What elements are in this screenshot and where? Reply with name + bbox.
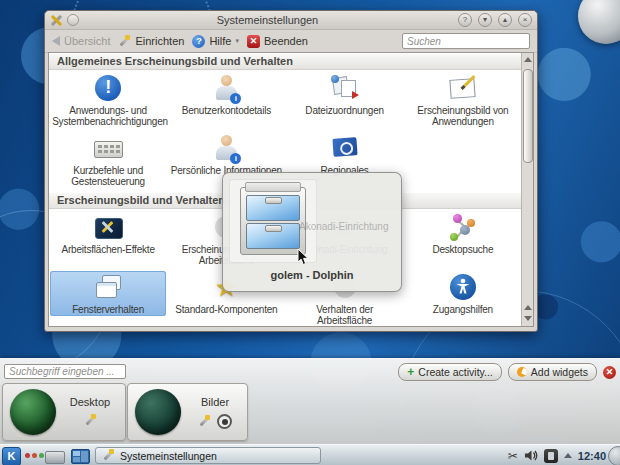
kde-menu-button[interactable]: K	[2, 447, 21, 465]
titlebar[interactable]: Systemeinstellungen ? ▾ ▴ ×	[45, 11, 537, 30]
scrollbar[interactable]	[521, 53, 533, 326]
configure-label: Einrichten	[135, 35, 184, 47]
window-behavior-icon	[92, 272, 124, 304]
popup-caption: golem - Dolphin	[223, 269, 401, 281]
desktop-search-icon	[447, 212, 479, 244]
settings-item-application-appearance[interactable]: Erscheinungsbild von Anwendungen	[404, 72, 522, 132]
system-settings-task-icon	[102, 449, 115, 462]
mouse-cursor	[297, 249, 311, 267]
configure-activity-icon[interactable]	[84, 414, 97, 427]
settings-item-shortcuts[interactable]: Kurzbefehle und Gestensteuerung	[49, 132, 167, 192]
overview-label: Übersicht	[64, 35, 110, 47]
help-label: Hilfe	[209, 35, 231, 47]
desktop-sphere-widget	[578, 0, 620, 44]
task-button-systemeinstellungen[interactable]: Systemeinstellungen	[95, 447, 321, 464]
quit-icon: ✕	[247, 35, 260, 48]
activity-search-input[interactable]	[4, 364, 126, 379]
task-tooltip-popup: Akonadi-Einrichtung golem - Dolphin	[222, 172, 402, 292]
system-settings-app-icon	[50, 14, 63, 27]
activity-thumbnail	[10, 389, 56, 435]
close-button[interactable]: ×	[518, 13, 532, 27]
personal-information-icon: i	[210, 133, 242, 165]
notification-icon: !	[95, 75, 121, 101]
settings-item-file-associations[interactable]: Dateizuordnungen	[286, 72, 404, 132]
settings-search-input[interactable]	[402, 33, 530, 49]
volume-icon[interactable]	[524, 449, 538, 462]
dolphin-file-cabinet-icon	[240, 187, 306, 255]
section-header: Allgemeines Erscheinungsbild und Verhalt…	[49, 53, 522, 70]
settings-item-account-details[interactable]: i Benutzerkontodetails	[167, 72, 285, 132]
taskbar-panel: K Systemeinstellungen ✂ 12:40	[0, 444, 620, 465]
user-details-icon: i	[210, 73, 242, 105]
plus-icon: +	[407, 366, 414, 378]
pager-widget[interactable]	[71, 449, 90, 464]
settings-item-window-behavior[interactable]: Fensterverhalten	[49, 271, 167, 327]
system-tray: ✂ 12:40	[508, 447, 606, 464]
desktop: Systemeinstellungen ? ▾ ▴ × Übersicht Ei…	[0, 0, 620, 465]
window-title: Systemeinstellungen	[83, 14, 452, 26]
help-button[interactable]: ? Hilfe ▾	[192, 35, 239, 48]
activity-manager-bar: + Create activity... Add widgets ✕ Deskt…	[0, 358, 620, 445]
regional-icon	[329, 133, 361, 165]
close-activity-bar-button[interactable]: ✕	[603, 366, 616, 379]
maximize-button[interactable]: ▴	[498, 13, 512, 27]
panel-cashew-icon[interactable]	[608, 446, 620, 465]
pin-button[interactable]	[67, 14, 79, 26]
chevron-down-icon: ▾	[235, 37, 239, 45]
ghost-label-behind-popup: Akonadi-Einrichtung	[299, 221, 389, 232]
help-window-button[interactable]: ?	[458, 13, 472, 27]
add-widgets-button[interactable]: Add widgets	[508, 363, 597, 381]
activity-thumbnail	[135, 389, 181, 435]
show-desktop-button[interactable]	[45, 451, 65, 464]
stop-activity-icon[interactable]	[217, 414, 232, 429]
file-associations-icon	[329, 73, 361, 105]
scroll-down-icon[interactable]	[524, 316, 532, 321]
toolbar: Übersicht Einrichten ? Hilfe ▾ ✕ Beenden	[45, 30, 537, 53]
configure-activity-icon[interactable]	[198, 415, 211, 428]
device-notifier-icon[interactable]	[544, 449, 558, 463]
scrollbar-thumb[interactable]	[523, 69, 533, 163]
quit-button[interactable]: ✕ Beenden	[247, 35, 308, 48]
application-appearance-icon	[447, 73, 479, 105]
status-dots-icon	[25, 453, 44, 458]
create-activity-button[interactable]: + Create activity...	[398, 363, 502, 381]
settings-item-notifications[interactable]: ! Anwendungs- und Systembenachrichtigung…	[49, 72, 167, 132]
activity-card-desktop[interactable]: Desktop	[2, 383, 126, 441]
settings-item-desktop-effects[interactable]: Arbeitsflächen-Effekte	[49, 211, 167, 271]
scroll-up-icon[interactable]	[524, 305, 532, 310]
tray-expand-icon[interactable]	[564, 453, 572, 458]
help-icon: ?	[192, 35, 205, 48]
scroll-up-icon[interactable]	[524, 57, 532, 62]
klipper-scissors-icon[interactable]: ✂	[508, 449, 518, 463]
quit-label: Beenden	[264, 35, 308, 47]
accessibility-icon	[447, 272, 479, 304]
configure-button[interactable]: Einrichten	[118, 35, 184, 48]
keyboard-shortcuts-icon	[92, 133, 124, 165]
desktop-effects-icon	[92, 212, 124, 244]
settings-item-accessibility[interactable]: Zugangshilfen	[404, 271, 522, 327]
digital-clock[interactable]: 12:40	[578, 450, 606, 462]
back-arrow-icon	[52, 36, 60, 46]
activity-card-bilder[interactable]: Bilder	[127, 383, 248, 441]
wrench-icon	[118, 35, 131, 48]
plasma-icon	[517, 367, 527, 377]
minimize-button[interactable]: ▾	[478, 13, 492, 27]
settings-item-desktop-search[interactable]: Desktopsuche	[404, 211, 522, 271]
overview-button[interactable]: Übersicht	[52, 35, 110, 47]
